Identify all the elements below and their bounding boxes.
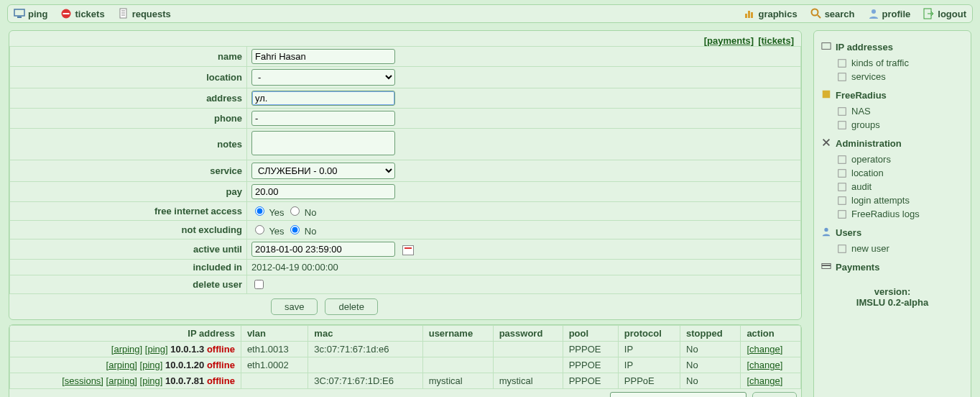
no-text: No [305, 207, 317, 218]
address-label: address [10, 88, 247, 109]
arping-link[interactable]: [arping] [111, 344, 142, 355]
topbar: ping tickets requests graphics search pr… [7, 4, 973, 23]
sidebar-item[interactable]: NAS [837, 104, 963, 118]
calendar-icon[interactable] [402, 245, 414, 255]
cell-password: mystical [493, 373, 563, 389]
nav-logout[interactable]: logout [923, 8, 966, 19]
active-label: active until [10, 239, 247, 260]
table-bottom-row: BOX new [9, 389, 801, 397]
delete-user-label: delete user [10, 275, 247, 294]
user-form-panel: [payments] [tickets] name location - add… [9, 30, 802, 320]
sidebar-item-label: new user [851, 243, 889, 254]
notexcl-yes-radio[interactable] [255, 225, 264, 234]
svg-rect-26 [822, 265, 831, 266]
free-yes-radio[interactable] [255, 206, 264, 216]
ping-link[interactable]: [ping] [140, 375, 163, 386]
pay-label: pay [10, 182, 247, 202]
version-label: version: [821, 286, 963, 297]
free-label: free internet access [10, 202, 247, 221]
topbar-left: ping tickets requests [14, 8, 171, 19]
box-select[interactable]: BOX [610, 392, 746, 397]
cell-password [493, 342, 563, 357]
svg-rect-5 [745, 14, 747, 18]
change-link[interactable]: [change] [746, 360, 782, 370]
item-icon [837, 120, 847, 130]
nav-requests[interactable]: requests [118, 8, 171, 19]
cell-vlan: eth1.0013 [241, 342, 308, 357]
sidebar-item-label: FreeRadius logs [851, 209, 920, 219]
name-input[interactable] [251, 49, 395, 64]
yes-text: Yes [269, 226, 284, 237]
sidebar-section-head[interactable]: IP addresses [821, 41, 963, 53]
nav-search[interactable]: search [810, 8, 855, 19]
svg-rect-1 [17, 17, 22, 18]
arping-link[interactable]: [arping] [106, 360, 137, 370]
nav-profile[interactable]: profile [868, 8, 911, 19]
svg-rect-14 [838, 73, 846, 81]
sidebar-item[interactable]: audit [837, 180, 963, 193]
col-vlan: vlan [241, 326, 308, 342]
sessions-link[interactable]: [sessions] [62, 375, 103, 386]
svg-point-8 [811, 9, 818, 16]
ping-link[interactable]: [ping] [145, 344, 168, 355]
cell-vlan [241, 373, 308, 389]
section-icon [821, 137, 831, 150]
location-select[interactable]: - [251, 69, 395, 86]
included-value: 2012-04-19 00:00:00 [247, 260, 801, 275]
nav-tickets[interactable]: tickets [60, 8, 104, 19]
sidebar-item[interactable]: location [837, 166, 963, 180]
sidebar-section-head[interactable]: Users [821, 227, 963, 239]
notes-input[interactable] [251, 131, 395, 155]
topbar-right: graphics search profile logout [744, 8, 966, 19]
delete-user-checkbox[interactable] [254, 280, 264, 289]
table-row: [sessions] [arping] [ping] 10.0.7.81 off… [10, 373, 801, 389]
notexcl-no-radio[interactable] [290, 225, 300, 234]
svg-rect-7 [751, 12, 753, 18]
status-offline: offline [207, 360, 235, 370]
active-until-input[interactable] [251, 242, 395, 257]
phone-input[interactable] [251, 111, 395, 126]
sidebar-section-head[interactable]: FreeRadius [821, 89, 963, 101]
sidebar-item[interactable]: services [837, 70, 963, 83]
table-row: [arping] [ping] 10.0.1.3 offlineeth1.001… [10, 342, 801, 357]
service-label: service [10, 160, 247, 182]
sidebar-item[interactable]: groups [837, 118, 963, 132]
col-mac: mac [308, 326, 422, 342]
cell-password [493, 357, 563, 373]
change-link[interactable]: [change] [746, 344, 782, 355]
ip-table: IP address vlan mac username password po… [9, 325, 801, 389]
address-input[interactable] [251, 91, 395, 106]
new-button[interactable]: new [752, 392, 797, 397]
sidebar-item[interactable]: new user [837, 242, 963, 255]
ping-link[interactable]: [ping] [140, 360, 163, 370]
free-no-radio[interactable] [290, 206, 300, 216]
svg-line-9 [818, 15, 820, 18]
sidebar-section-head[interactable]: Payments [821, 261, 963, 273]
svg-rect-18 [838, 155, 846, 163]
link-tickets[interactable]: [tickets] [758, 35, 794, 46]
item-icon [837, 182, 847, 192]
nav-graphics[interactable]: graphics [744, 8, 797, 19]
sidebar-item[interactable]: kinds of traffic [837, 56, 963, 70]
link-payments[interactable]: [payments] [704, 35, 754, 46]
sidebar-item-label: groups [851, 119, 880, 130]
svg-rect-3 [63, 13, 70, 14]
svg-rect-19 [838, 169, 846, 177]
form-buttons: save delete [9, 294, 801, 319]
sidebar-item[interactable]: login attempts [837, 193, 963, 207]
delete-button[interactable]: delete [325, 298, 377, 315]
nav-ping[interactable]: ping [14, 8, 47, 19]
sidebar-section-head[interactable]: Administration [821, 137, 963, 150]
ip-value: 10.0.1.3 [170, 344, 204, 355]
change-link[interactable]: [change] [746, 375, 782, 386]
ip-value: 10.0.7.81 [165, 375, 204, 386]
svg-rect-6 [748, 11, 750, 18]
service-select[interactable]: СЛУЖЕБНИ - 0.00 [251, 163, 395, 179]
section-title: FreeRadius [836, 90, 887, 101]
sidebar-item[interactable]: FreeRadius logs [837, 207, 963, 221]
pay-input[interactable] [251, 184, 395, 199]
cell-vlan: eth1.0002 [241, 357, 308, 373]
save-button[interactable]: save [271, 298, 318, 315]
arping-link[interactable]: [arping] [106, 375, 137, 386]
sidebar-item[interactable]: operators [837, 152, 963, 166]
